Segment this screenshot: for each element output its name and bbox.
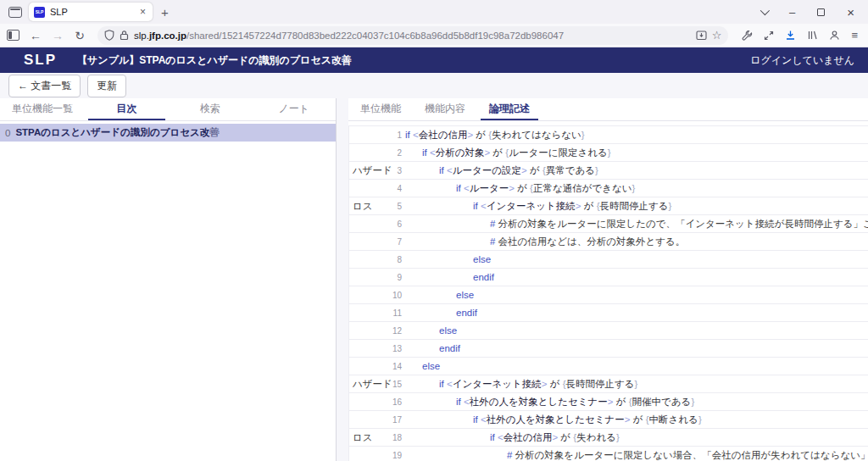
row-content: else <box>402 361 868 371</box>
logic-table: 1if <会社の信用> が {失われてはならない}2if <分析の対象> が {… <box>348 125 868 461</box>
logic-row[interactable]: 14else <box>349 358 868 375</box>
panel-divider <box>337 98 348 461</box>
tab-unit-function-list[interactable]: 単位機能一覧 <box>0 98 85 120</box>
row-line-number: 2 <box>388 148 402 158</box>
logic-row[interactable]: 13endif <box>349 340 868 358</box>
row-category-label: ハザード <box>349 378 388 391</box>
toc-item-index: 0 <box>5 128 10 138</box>
logic-row[interactable]: ロス5if <インターネット接続> が {長時間停止する} <box>349 197 868 215</box>
row-content: if <会社の信用> が {失われる} <box>402 431 868 444</box>
bookmark-star-icon[interactable]: ☆ <box>712 29 722 42</box>
lock-icon[interactable] <box>120 30 129 41</box>
close-window-icon[interactable]: × <box>847 5 854 19</box>
shield-icon[interactable] <box>104 30 114 41</box>
row-content: if <インターネット接続> が {長時間停止する} <box>402 378 868 391</box>
row-line-number: 6 <box>388 219 402 229</box>
logic-row[interactable]: 16if <社外の人を対象としたセミナー> が {開催中である} <box>349 393 868 411</box>
list-tabs-icon[interactable] <box>760 6 770 15</box>
row-content: # 会社の信用などは、分析の対象外とする。 <box>402 236 868 248</box>
logic-row[interactable]: 11endif <box>349 304 868 322</box>
tab-search[interactable]: 検索 <box>169 98 253 120</box>
row-content: # 分析の対象をルーターに限定しない場合、「会社の信用が失われてはならない」とい… <box>402 449 868 461</box>
logic-row[interactable]: 10else <box>349 286 868 304</box>
firefox-view-icon[interactable] <box>8 7 22 18</box>
logic-row[interactable]: 17if <社外の人を対象としたセミナー> が {中断される} <box>349 411 868 429</box>
logic-row[interactable]: 1if <会社の信用> が {失われてはならない} <box>349 126 868 144</box>
row-content: if <分析の対象> が {ルーターに限定される} <box>402 147 868 159</box>
url-bar[interactable]: slp.jfp.co.jp/shared/1521457224d7780d83b… <box>97 26 728 45</box>
logic-row[interactable]: 6# 分析の対象をルーターに限定したので、「インターネット接続が長時間停止する」… <box>349 215 868 233</box>
row-content: else <box>402 254 868 264</box>
wrench-icon[interactable] <box>742 30 753 41</box>
browser-tab-strip: SLP SLP × + – × <box>0 0 868 24</box>
save-page-icon[interactable] <box>696 30 707 41</box>
download-icon[interactable] <box>785 30 796 41</box>
row-line-number: 17 <box>388 415 402 425</box>
library-icon[interactable] <box>807 30 818 41</box>
logic-row[interactable]: 7# 会社の信用などは、分析の対象外とする。 <box>349 233 868 251</box>
row-line-number: 11 <box>388 308 402 318</box>
row-content: # 分析の対象をルーターに限定したので、「インターネット接続が長時間停止する」こ… <box>402 218 868 230</box>
document-list-button[interactable]: ← 文書一覧 <box>8 75 81 97</box>
back-icon[interactable]: ← <box>28 29 43 42</box>
row-content: if <社外の人を対象としたセミナー> が {中断される} <box>402 414 868 426</box>
expand-icon[interactable] <box>764 31 774 41</box>
tab-table-of-contents[interactable]: 目次 <box>85 98 169 120</box>
row-content: if <ルーター> が {正常な通信ができない} <box>402 182 868 195</box>
row-content: endif <box>402 308 868 318</box>
row-line-number: 12 <box>388 326 402 336</box>
logic-row[interactable]: ハザード3if <ルーターの設定> が {異常である} <box>349 162 868 180</box>
sidebar-toggle-icon[interactable] <box>7 30 19 41</box>
tab-unit-function[interactable]: 単位機能 <box>348 98 413 120</box>
logic-row[interactable]: 9endif <box>349 269 868 286</box>
site-favicon: SLP <box>34 7 45 18</box>
row-line-number: 10 <box>388 291 402 300</box>
row-line-number: 1 <box>388 131 402 140</box>
logic-row[interactable]: 2if <分析の対象> が {ルーターに限定される} <box>349 144 868 162</box>
tab-function-content[interactable]: 機能内容 <box>413 98 477 120</box>
left-panel: 単位機能一覧 目次 検索 ノート 0 STPAのロスとハザードの識別のプロセス改… <box>0 98 337 461</box>
new-tab-icon[interactable]: + <box>161 5 169 19</box>
row-content: endif <box>402 343 868 353</box>
minimize-icon[interactable]: – <box>789 6 795 19</box>
browser-navbar: ← → ↻ slp.jfp.co.jp/shared/1521457224d77… <box>0 24 868 47</box>
toc-item-title: STPAのロスとハザードの識別のプロセス改善 <box>15 126 219 139</box>
logic-row[interactable]: ハザード15if <インターネット接続> が {長時間停止する} <box>349 375 868 393</box>
row-content: else <box>402 325 868 336</box>
row-content: endif <box>402 272 868 282</box>
forward-icon[interactable]: → <box>50 29 65 42</box>
tab-close-icon[interactable]: × <box>138 6 147 18</box>
row-line-number: 8 <box>388 255 402 264</box>
row-content: else <box>402 290 868 300</box>
logic-row[interactable]: ロス18if <会社の信用> が {失われる} <box>349 429 868 447</box>
menu-icon[interactable]: ≡ <box>851 29 858 42</box>
logic-row[interactable]: 8else <box>349 251 868 269</box>
url-text[interactable]: slp.jfp.co.jp/shared/1521457224d7780d83b… <box>134 31 691 41</box>
browser-tab[interactable]: SLP SLP × <box>29 3 153 21</box>
tab-notes[interactable]: ノート <box>252 98 336 120</box>
row-category-label: ロス <box>349 431 388 444</box>
app-header: SLP 【サンプル】STPAのロスとハザードの識別のプロセス改善 ログインしてい… <box>0 47 868 73</box>
logic-row[interactable]: 12else <box>349 322 868 340</box>
row-line-number: 9 <box>388 273 402 282</box>
login-status: ログインしていません <box>750 53 854 68</box>
right-panel-tabs: 単位機能 機能内容 論理記述 <box>348 98 868 121</box>
tab-logic-description[interactable]: 論理記述 <box>477 98 542 120</box>
row-line-number: 5 <box>388 202 402 211</box>
row-line-number: 15 <box>388 380 402 389</box>
app-logo: SLP <box>24 52 57 69</box>
refresh-button[interactable]: 更新 <box>87 75 126 97</box>
maximize-icon[interactable] <box>817 8 825 16</box>
row-line-number: 18 <box>388 433 402 442</box>
right-panel: 単位機能 機能内容 論理記述 1if <会社の信用> が {失われてはならない}… <box>348 98 868 461</box>
row-line-number: 14 <box>388 362 402 371</box>
sub-toolbar: ← 文書一覧 更新 <box>0 73 868 98</box>
account-icon[interactable] <box>829 30 840 41</box>
reload-icon[interactable]: ↻ <box>72 29 87 42</box>
document-title: 【サンプル】STPAのロスとハザードの識別のプロセス改善 <box>77 53 352 68</box>
logic-row[interactable]: 19# 分析の対象をルーターに限定しない場合、「会社の信用が失われてはならない」… <box>349 447 868 461</box>
row-category-label: ハザード <box>349 164 388 177</box>
toc-item-selected[interactable]: 0 STPAのロスとハザードの識別のプロセス改善 <box>0 124 336 142</box>
left-panel-tabs: 単位機能一覧 目次 検索 ノート <box>0 98 336 121</box>
logic-row[interactable]: 4if <ルーター> が {正常な通信ができない} <box>349 180 868 197</box>
